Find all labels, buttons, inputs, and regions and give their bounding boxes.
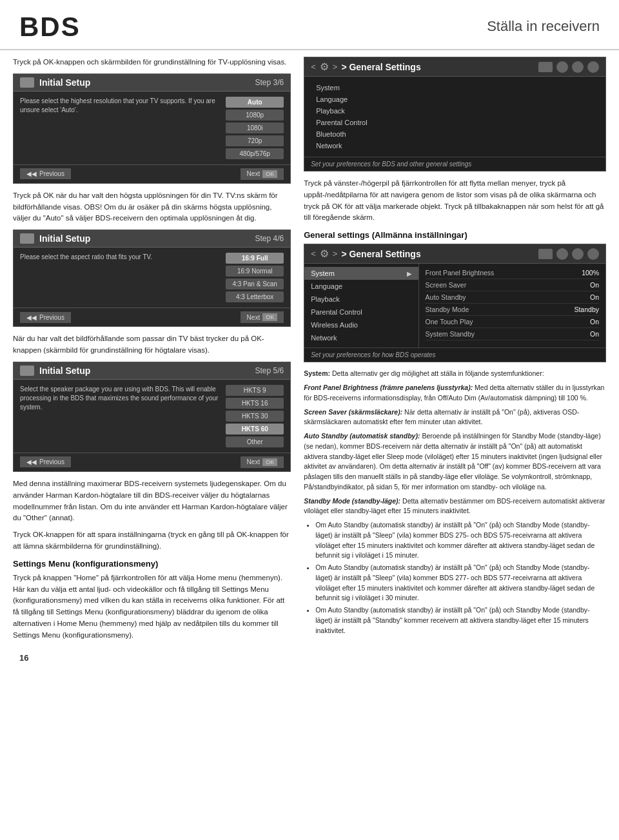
gs-menu-list1: System Language Playback Parental Contro… [304,77,605,157]
option-other[interactable]: Other [226,436,284,447]
after-step5-text: Med denna inställning maximerar BDS-rece… [13,478,291,524]
main-content: Tryck på OK-knappen och skärmbilden för … [0,57,619,647]
setup-step4-footer: ◀◀ Previous Next OK [14,308,290,326]
bullet-item-1: Om Auto Standby (automatisk standby) är … [315,520,606,561]
option-hkts16[interactable]: HKTS 16 [226,398,284,409]
option-1080i[interactable]: 1080i [226,122,284,133]
prev-icon: ◀◀ [26,170,37,177]
gs-item-language[interactable]: Language [311,93,599,105]
navigation-text: Tryck på vänster-/högerpil på fjärrkontr… [304,178,606,224]
prev-icon-5: ◀◀ [26,458,37,465]
label-system-standby: System Standby [426,330,475,338]
gs-item-network[interactable]: Network [311,140,599,151]
setup-step3-step: Step 3/6 [255,78,284,87]
device-icon [20,77,34,88]
prev-icon-4: ◀◀ [26,314,37,321]
prev-label-4: Previous [39,314,64,321]
gs-title1: > General Settings [341,62,535,72]
setup-step4-desc: Please select the aspect ratio that fits… [20,253,219,302]
option-hkts60[interactable]: HKTS 60 [226,424,284,435]
option-1080p[interactable]: 1080p [226,110,284,121]
gs-header-icons1 [538,61,599,73]
standby-mode-heading: Standby Mode (standby-läge): [304,497,400,505]
label-front-panel: Front Panel Brightness [426,269,495,277]
setup-step3-box: Initial Setup Step 3/6 Please select the… [13,73,291,184]
option-720p[interactable]: 720p [226,135,284,146]
gs-left-language[interactable]: Language [304,280,418,293]
gs-left-system[interactable]: System ▶ [304,267,418,280]
tv-icon [538,62,553,72]
gs-right-panel: Front Panel Brightness 100% Screen Saver… [419,264,605,347]
settings-menu-heading: Settings Menu (konfigurationsmeny) [13,559,291,569]
gs-item-playback[interactable]: Playback [311,105,599,117]
value-front-panel: 100% [582,269,599,277]
auto-standby-heading: Auto Standby (automatisk standby): [304,432,420,440]
gs-item-system[interactable]: System [311,82,599,93]
row-one-touch: One Touch Play On [426,316,599,328]
setup-step3-body: Please select the highest resolution tha… [14,92,290,164]
next-button-step3[interactable]: Next OK [241,168,284,180]
nav-icon-5 [572,248,584,260]
gs-left-wireless[interactable]: Wireless Audio [304,318,418,331]
setup-step3-desc: Please select the highest resolution tha… [20,97,219,159]
option-480p[interactable]: 480p/576p [226,148,284,159]
option-169normal[interactable]: 16:9 Normal [226,266,284,277]
auto-standby-text: Beroende på inställningen för Standby Mo… [304,432,602,491]
chevron-left-icon: < [311,62,316,72]
setup-step4-box: Initial Setup Step 4/6 Please select the… [13,230,291,327]
setup-step5-body: Select the speaker package you are using… [14,380,290,453]
gs-left-parental[interactable]: Parental Control [304,306,418,318]
gs-item-bluetooth[interactable]: Bluetooth [311,128,599,140]
after-step3-text: Tryck på OK när du har valt den högsta u… [13,190,291,224]
next-button-step5[interactable]: Next OK [241,456,284,468]
page-title: Ställa in receivern [487,18,600,35]
settings-text1: Tryck på knappen "Home" på fjärrkontroll… [13,572,291,641]
bullet-item-2: Om Auto Standby (automatisk standby) är … [315,563,606,603]
setup-step5-title: Initial Setup [39,366,250,376]
auto-standby-para: Auto Standby (automatisk standby): Beroe… [304,431,606,493]
tryck-ok-text: Tryck OK-knappen för att spara inställni… [13,529,291,552]
option-hkts30[interactable]: HKTS 30 [226,411,284,422]
page-header: BDS Ställa in receivern [0,0,619,50]
ok-icon-5: OK [262,458,277,466]
gs-left-network[interactable]: Network [304,331,418,344]
setup-step5-desc: Select the speaker package you are using… [20,385,219,447]
chevron-right-icon: > [333,62,338,72]
nav-icon-4 [556,248,568,260]
ok-icon: OK [262,170,277,178]
nav-icon-2 [572,61,584,73]
device-icon-4 [20,233,34,244]
option-43pan[interactable]: 4:3 Pan & Scan [226,278,284,289]
prev-label-5: Previous [39,458,64,465]
gs-two-col: System ▶ Language Playback Parental Cont… [304,264,605,347]
gs-header2: < ⚙ > > General Settings [304,244,605,264]
tv-icon2 [538,249,553,259]
prev-button-step4[interactable]: ◀◀ Previous [20,312,71,323]
next-button-step4[interactable]: Next OK [241,311,284,323]
prev-button-step3[interactable]: ◀◀ Previous [20,168,71,179]
gear-icon: ⚙ [320,61,329,73]
gs-left-playback[interactable]: Playback [304,293,418,306]
option-169full[interactable]: 16:9 Full [226,253,284,264]
ok-icon-4: OK [262,313,277,321]
setup-step3-title: Initial Setup [39,77,250,88]
setup-step4-body: Please select the aspect ratio that fits… [14,248,290,308]
intro-text: Tryck på OK-knappen och skärmbilden för … [13,57,291,68]
row-auto-standby: Auto Standby On [426,291,599,304]
option-hkts9[interactable]: HKTS 9 [226,385,284,396]
bullet-list: Om Auto Standby (automatisk standby) är … [315,520,606,636]
option-43letter[interactable]: 4:3 Letterbox [226,291,284,302]
value-system-standby: On [590,330,599,338]
prev-button-step5[interactable]: ◀◀ Previous [20,456,71,467]
option-auto[interactable]: Auto [226,97,284,108]
setup-step3-header: Initial Setup Step 3/6 [14,74,290,92]
gear-icon2: ⚙ [320,248,329,260]
after-step4-text: När du har valt det bildförhållande som … [13,333,291,357]
row-front-panel: Front Panel Brightness 100% [426,267,599,279]
page-number: 16 [0,647,619,669]
setup-step4-step: Step 4/6 [255,234,284,243]
gs-header-icons2 [538,248,599,260]
screen-saver-para: Screen Saver (skärmsläckare): När detta … [304,407,606,428]
label-auto-standby: Auto Standby [426,293,466,301]
gs-item-parental[interactable]: Parental Control [311,117,599,128]
